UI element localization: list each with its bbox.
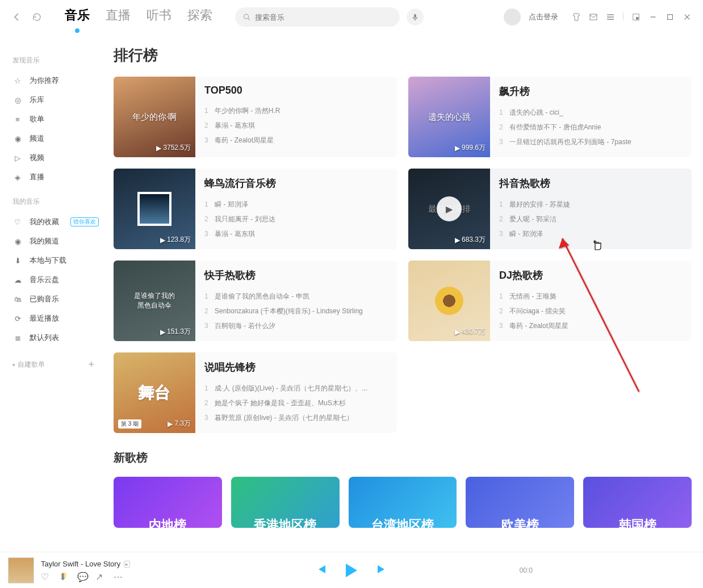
close-icon[interactable] bbox=[683, 12, 692, 22]
chart-song-row[interactable]: 3暴溺 - 葛东琪 bbox=[204, 226, 388, 241]
sidebar-label: 本地与下载 bbox=[30, 255, 66, 266]
chart-song-row[interactable]: 3毒药 - Zealot周星星 bbox=[204, 133, 388, 148]
sidebar-item-live[interactable]: ◈直播 bbox=[12, 167, 108, 187]
sidebar-item-cloud[interactable]: ☁音乐云盘 bbox=[12, 270, 108, 289]
comment-button[interactable]: 💬 bbox=[77, 572, 86, 581]
region-card-hongkong[interactable]: 香港地区榜 bbox=[231, 477, 340, 528]
sidebar-item-default-list[interactable]: ≣默认列表 bbox=[12, 328, 108, 347]
chart-card-rap[interactable]: 舞台 第 3 期 ▶ 7.3万 说唱先锋榜 1成·人 (原创版)(Live) -… bbox=[114, 352, 397, 433]
chart-card-fengniao[interactable]: ▶ 123.8万 蜂鸟流行音乐榜 1瞬 - 郑润泽 2我只能离开 - 刘思达 3… bbox=[114, 169, 397, 249]
chart-song-row[interactable]: 1无情画 - 王唯旖 bbox=[499, 289, 683, 304]
tab-music[interactable]: 音乐 bbox=[65, 7, 90, 27]
chart-song-row[interactable]: 2爱人呢 - 郭采洁 bbox=[499, 212, 683, 226]
chart-card-soaring[interactable]: 遗失的心跳 ▶ 999.6万 飙升榜 1遗失的心跳 - cici_ 2有些爱情放… bbox=[408, 77, 692, 157]
chart-song-row[interactable]: 1遗失的心跳 - cici_ bbox=[499, 105, 683, 120]
minimize-icon[interactable] bbox=[648, 12, 658, 22]
chart-name: 快手热歌榜 bbox=[204, 268, 388, 282]
chart-name: 蜂鸟流行音乐榜 bbox=[204, 177, 388, 190]
sidebar-item-recent[interactable]: ⟳最近播放 bbox=[12, 309, 108, 328]
play-count: ▶ 151.3万 bbox=[160, 327, 191, 337]
album-thumbnail[interactable] bbox=[8, 557, 34, 583]
chart-song-row[interactable]: 1成·人 (原创版)(Live) - 吴垚滔（七月的星期七）、... bbox=[204, 381, 388, 396]
sidebar-item-video[interactable]: ▷视频 bbox=[12, 148, 108, 167]
download-icon: ⬇ bbox=[12, 255, 23, 266]
chart-song-row[interactable]: 3一旦错过的话就再也见不到面咯 - 7paste bbox=[499, 135, 683, 149]
cover-text: 遗失的心跳 bbox=[424, 107, 475, 127]
chart-song-row[interactable]: 2Senbonzakura (千本樱)(纯音乐) - Lindsey Stirl… bbox=[204, 304, 388, 318]
sidebar-item-favorite[interactable]: ♡我的收藏猜你喜欢 bbox=[12, 212, 108, 232]
region-card-western[interactable]: 欧美榜 bbox=[466, 477, 574, 528]
maximize-icon[interactable] bbox=[666, 12, 675, 22]
play-count: ▶ 123.8万 bbox=[160, 235, 191, 245]
login-link[interactable]: 点击登录 bbox=[529, 12, 558, 22]
sidebar-item-playlist[interactable]: ≡歌单 bbox=[12, 110, 108, 129]
search-box[interactable] bbox=[235, 7, 400, 27]
region-card-taiwan[interactable]: 台湾地区榜 bbox=[349, 477, 457, 528]
play-overlay-button[interactable]: ▶ bbox=[437, 196, 462, 221]
like-button[interactable]: ♡ bbox=[41, 572, 50, 581]
back-button[interactable] bbox=[11, 12, 22, 22]
chart-song-row[interactable]: 1瞬 - 郑润泽 bbox=[204, 197, 388, 212]
sidebar-label: 歌单 bbox=[30, 114, 44, 124]
mv-icon[interactable]: ▸ bbox=[124, 561, 130, 568]
search-input[interactable] bbox=[255, 13, 392, 22]
nav-buttons bbox=[11, 12, 42, 22]
chart-song-row[interactable]: 3毒药 - Zealot周星星 bbox=[499, 318, 683, 333]
more-button[interactable]: ⋯ bbox=[114, 572, 123, 581]
sidebar-item-local[interactable]: ⬇本地与下载 bbox=[12, 251, 108, 270]
chart-song-row[interactable]: 1年少的你啊 - 浩然H.R bbox=[204, 103, 388, 118]
avatar[interactable] bbox=[504, 9, 521, 26]
sidebar-item-purchased[interactable]: 🛍已购音乐 bbox=[12, 289, 108, 309]
cover-image bbox=[435, 287, 463, 315]
add-playlist-button[interactable]: + bbox=[88, 359, 94, 371]
chart-song-row[interactable]: 2不问ciaga - 擂尖笑 bbox=[499, 304, 683, 318]
chart-song-row[interactable]: 2暴溺 - 葛东琪 bbox=[204, 118, 388, 133]
menu-icon[interactable] bbox=[606, 12, 615, 22]
play-button[interactable] bbox=[346, 564, 357, 577]
create-playlist-label[interactable]: ▾自建歌单 bbox=[12, 360, 45, 369]
queue-icon: ≣ bbox=[12, 333, 23, 343]
mini-mode-icon[interactable] bbox=[631, 12, 641, 22]
sidebar-item-library[interactable]: ◎乐库 bbox=[12, 90, 108, 110]
player-bar: Taylor Swift - Love Story▸ ♡ ⬇ 💬 ↗ ⋯ 00:… bbox=[0, 552, 703, 588]
refresh-button[interactable] bbox=[32, 12, 42, 22]
chart-song-row[interactable]: 2有些爱情放不下 - 唐伯虎Annie bbox=[499, 120, 683, 135]
region-card-mainland[interactable]: 内地榜 bbox=[114, 477, 222, 528]
sidebar-item-my-channel[interactable]: ◉我的频道 bbox=[12, 232, 108, 251]
fav-badge: 猜你喜欢 bbox=[70, 217, 99, 226]
region-card-korea[interactable]: 韩国榜 bbox=[583, 477, 692, 528]
charts-grid: 年少的你·啊 ▶ 3752.5万 TOP500 1年少的你啊 - 浩然H.R 2… bbox=[114, 77, 692, 433]
tab-listen[interactable]: 听书 bbox=[147, 7, 171, 27]
chart-card-kuaishou[interactable]: 是谁偷了我的 黑色自动伞 ▶ 151.3万 快手热歌榜 1是谁偷了我的黑色自动伞… bbox=[114, 261, 397, 341]
play-count: ▶ 7.3万 bbox=[168, 419, 191, 429]
chart-card-dj[interactable]: ▶ 430.7万 DJ热歌榜 1无情画 - 王唯旖 2不问ciaga - 擂尖笑… bbox=[408, 261, 692, 341]
chart-song-row[interactable]: 3暮野荒原 (原创live) - 吴垚滔（七月的星期七） bbox=[204, 410, 388, 425]
live-icon: ◈ bbox=[12, 172, 23, 182]
download-button[interactable]: ⬇ bbox=[59, 572, 68, 581]
play-count: ▶ 683.3万 bbox=[455, 235, 486, 245]
star-icon: ☆ bbox=[12, 75, 23, 86]
chart-song-row[interactable]: 3百舸朝海 - 若什么汐 bbox=[204, 318, 388, 333]
prev-track-button[interactable] bbox=[315, 564, 327, 577]
voice-search-button[interactable] bbox=[407, 9, 424, 26]
message-icon[interactable] bbox=[589, 12, 598, 22]
tab-explore[interactable]: 探索 bbox=[187, 7, 212, 27]
chart-song-row[interactable]: 2她是个疯子 她好像是我 - 歪歪超、MuS木杉 bbox=[204, 396, 388, 410]
chart-card-douyin[interactable]: 最好的安排 ▶ ▶ 683.3万 抖音热歌榜 1最好的安排 - 苏星婕 2爱人呢… bbox=[408, 169, 692, 249]
tab-live[interactable]: 直播 bbox=[106, 7, 131, 27]
chart-card-top500[interactable]: 年少的你·啊 ▶ 3752.5万 TOP500 1年少的你啊 - 浩然H.R 2… bbox=[114, 77, 397, 157]
skin-icon[interactable] bbox=[572, 12, 581, 22]
chart-song-row[interactable]: 1最好的安排 - 苏星婕 bbox=[499, 197, 683, 212]
next-track-button[interactable] bbox=[376, 564, 388, 577]
chart-song-row[interactable]: 1是谁偷了我的黑色自动伞 - 申凯 bbox=[204, 289, 388, 304]
chart-song-row[interactable]: 3瞬 - 郑润泽 bbox=[499, 226, 683, 241]
svg-rect-2 bbox=[414, 14, 416, 18]
sidebar-item-channel[interactable]: ◉频道 bbox=[12, 129, 108, 148]
share-button[interactable]: ↗ bbox=[95, 572, 104, 581]
chart-cover: 年少的你·啊 ▶ 3752.5万 bbox=[114, 77, 195, 157]
now-playing-title[interactable]: Taylor Swift - Love Story▸ bbox=[41, 560, 130, 568]
sidebar-item-recommend[interactable]: ☆为你推荐 bbox=[12, 71, 108, 90]
chart-song-row[interactable]: 2我只能离开 - 刘思达 bbox=[204, 212, 388, 226]
search-icon bbox=[243, 13, 250, 21]
chart-cover: 遗失的心跳 ▶ 999.6万 bbox=[408, 77, 490, 157]
